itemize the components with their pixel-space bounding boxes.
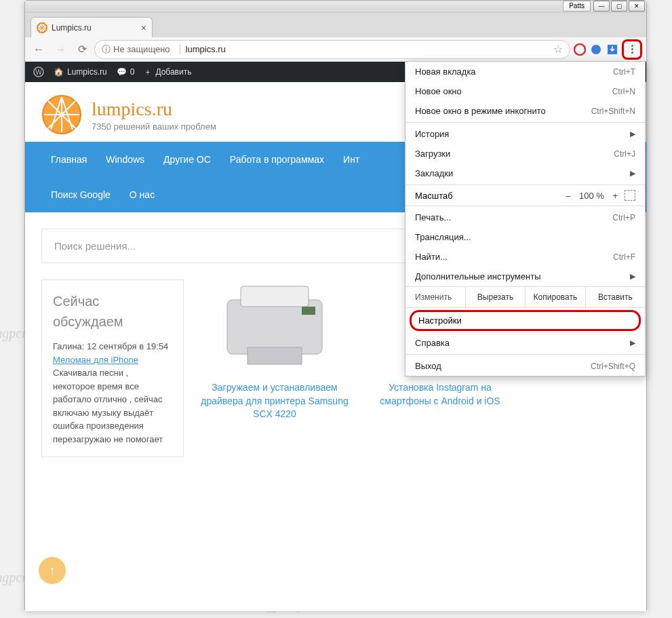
menu-edit-row: Изменить Вырезать Копировать Вставить bbox=[406, 286, 645, 308]
article-card[interactable]: Загружаем и устанавливаем драйвера для п… bbox=[200, 279, 349, 457]
menu-shortcut: Ctrl+J bbox=[614, 149, 635, 159]
maximize-button[interactable]: ▢ bbox=[611, 1, 627, 12]
article-title[interactable]: Установка Instagram на смартфоны с Andro… bbox=[365, 381, 515, 408]
menu-shortcut: Ctrl+F bbox=[613, 252, 635, 262]
menu-label: Найти... bbox=[415, 252, 448, 262]
address-bar[interactable]: ⓘ Не защищено lumpics.ru ☆ bbox=[94, 40, 570, 59]
menu-settings[interactable]: Настройки bbox=[410, 310, 641, 331]
extension-circle-icon[interactable] bbox=[589, 43, 603, 56]
menu-bookmarks[interactable]: Закладки ▶ bbox=[406, 163, 645, 183]
app-name: Patts bbox=[563, 1, 591, 12]
menu-separator bbox=[406, 354, 645, 355]
menu-shortcut: Ctrl+T bbox=[613, 67, 635, 77]
svg-text:W: W bbox=[35, 69, 42, 76]
os-title-bar: Patts — ▢ ✕ bbox=[25, 1, 646, 13]
menu-new-window[interactable]: Новое окно Ctrl+N bbox=[406, 81, 645, 101]
home-icon: 🏠 bbox=[54, 67, 64, 77]
zoom-out-button[interactable]: – bbox=[566, 191, 570, 201]
info-icon: ⓘ bbox=[102, 43, 111, 56]
nav-item-home[interactable]: Главная bbox=[41, 142, 96, 177]
wp-logo-icon[interactable]: W bbox=[33, 66, 44, 77]
wp-add-label: Добавить bbox=[155, 67, 191, 77]
tab-title: Lumpics.ru bbox=[52, 23, 92, 33]
chrome-main-menu: Новая вкладка Ctrl+T Новое окно Ctrl+N Н… bbox=[405, 61, 646, 376]
plus-icon: ＋ bbox=[144, 66, 152, 78]
menu-label: Трансляция... bbox=[415, 232, 471, 242]
discussion-sidebar: Сейчас обсуждаем Галина: 12 сентября в 1… bbox=[41, 279, 184, 457]
menu-downloads[interactable]: Загрузки Ctrl+J bbox=[406, 144, 645, 163]
menu-cast[interactable]: Трансляция... bbox=[406, 227, 645, 247]
wp-add-new-link[interactable]: ＋ Добавить bbox=[144, 66, 191, 78]
fullscreen-icon[interactable] bbox=[625, 190, 635, 201]
menu-zoom: Масштаб – 100 % + bbox=[406, 187, 645, 204]
minimize-button[interactable]: — bbox=[593, 1, 610, 12]
menu-copy[interactable]: Копировать bbox=[526, 287, 585, 307]
menu-incognito[interactable]: Новое окно в режиме инкогнито Ctrl+Shift… bbox=[406, 101, 645, 121]
comment-icon: 💬 bbox=[117, 67, 127, 77]
menu-label: Справка bbox=[415, 338, 450, 348]
menu-paste[interactable]: Вставить bbox=[586, 287, 645, 307]
chevron-right-icon: ▶ bbox=[630, 130, 635, 138]
menu-label: Новое окно bbox=[415, 86, 462, 96]
nav-item-other-os[interactable]: Другие ОС bbox=[154, 142, 220, 177]
reload-button[interactable]: ⟳ bbox=[73, 40, 92, 59]
wp-comments-link[interactable]: 💬 0 bbox=[117, 67, 135, 77]
chevron-right-icon: ▶ bbox=[630, 339, 635, 347]
menu-shortcut: Ctrl+N bbox=[612, 87, 635, 96]
wp-site-link[interactable]: 🏠 Lumpics.ru bbox=[54, 67, 107, 77]
menu-dots-icon bbox=[631, 45, 633, 54]
sidebar-heading: Сейчас обсуждаем bbox=[53, 291, 172, 332]
bookmark-star-icon[interactable]: ☆ bbox=[553, 43, 563, 56]
forward-button[interactable]: → bbox=[51, 40, 70, 59]
menu-separator bbox=[406, 122, 645, 123]
chevron-right-icon: ▶ bbox=[630, 272, 635, 281]
sidebar-article-link[interactable]: Меломан для iPhone bbox=[53, 355, 138, 365]
menu-more-tools[interactable]: Дополнительные инструменты ▶ bbox=[406, 267, 645, 286]
menu-cut[interactable]: Вырезать bbox=[466, 287, 526, 307]
menu-history[interactable]: История ▶ bbox=[406, 124, 645, 144]
menu-print[interactable]: Печать... Ctrl+P bbox=[406, 208, 645, 227]
nav-item-about[interactable]: О нас bbox=[120, 177, 164, 212]
menu-label: Настройки bbox=[418, 315, 462, 326]
zoom-value: 100 % bbox=[577, 191, 606, 201]
chrome-menu-button[interactable] bbox=[622, 39, 642, 60]
menu-label: Закладки bbox=[415, 168, 453, 178]
menu-label: Дополнительные инструменты bbox=[415, 271, 541, 282]
article-title[interactable]: Загружаем и устанавливаем драйвера для п… bbox=[200, 381, 349, 421]
nav-item-google-search[interactable]: Поиск Google bbox=[41, 177, 120, 212]
menu-label: Выход bbox=[415, 361, 441, 371]
sidebar-author-line: Галина: 12 сентября в 19:54 bbox=[53, 340, 172, 353]
menu-find[interactable]: Найти... Ctrl+F bbox=[406, 247, 645, 267]
menu-new-tab[interactable]: Новая вкладка Ctrl+T bbox=[406, 62, 645, 81]
menu-edit-label: Изменить bbox=[406, 287, 466, 307]
browser-toolbar: ← → ⟳ ⓘ Не защищено lumpics.ru ☆ bbox=[25, 37, 646, 62]
nav-item-internet[interactable]: Инт bbox=[334, 142, 369, 177]
printer-image bbox=[214, 279, 336, 374]
back-button[interactable]: ← bbox=[29, 40, 48, 59]
menu-shortcut: Ctrl+Shift+N bbox=[591, 107, 635, 116]
menu-label: Новое окно в режиме инкогнито bbox=[415, 106, 546, 116]
site-title: lumpics.ru bbox=[92, 98, 216, 120]
zoom-in-button[interactable]: + bbox=[612, 191, 618, 201]
nav-item-windows[interactable]: Windows bbox=[96, 142, 154, 177]
tab-close-icon[interactable]: × bbox=[141, 22, 146, 33]
menu-label: Масштаб bbox=[415, 191, 566, 201]
close-window-button[interactable]: ✕ bbox=[629, 1, 645, 12]
chevron-right-icon: ▶ bbox=[630, 169, 635, 178]
svg-point-1 bbox=[574, 44, 585, 55]
menu-exit[interactable]: Выход Ctrl+Shift+Q bbox=[406, 356, 645, 376]
menu-help[interactable]: Справка ▶ bbox=[406, 333, 645, 353]
browser-tab[interactable]: Lumpics.ru × bbox=[31, 17, 153, 37]
menu-shortcut: Ctrl+Shift+Q bbox=[591, 362, 635, 371]
svg-rect-14 bbox=[241, 286, 309, 307]
menu-separator bbox=[406, 206, 645, 206]
url-text: lumpics.ru bbox=[186, 44, 226, 54]
wp-site-name: Lumpics.ru bbox=[67, 67, 107, 77]
arrow-up-icon: ↑ bbox=[50, 564, 56, 578]
scroll-to-top-button[interactable]: ↑ bbox=[39, 557, 66, 584]
extension-opera-icon[interactable] bbox=[573, 43, 587, 56]
menu-label: История bbox=[415, 129, 449, 139]
extension-download-icon[interactable] bbox=[606, 43, 619, 56]
nav-item-programs[interactable]: Работа в программах bbox=[220, 142, 334, 177]
sidebar-comment-body: Скачивала песни , некоторое время все ра… bbox=[53, 366, 172, 446]
